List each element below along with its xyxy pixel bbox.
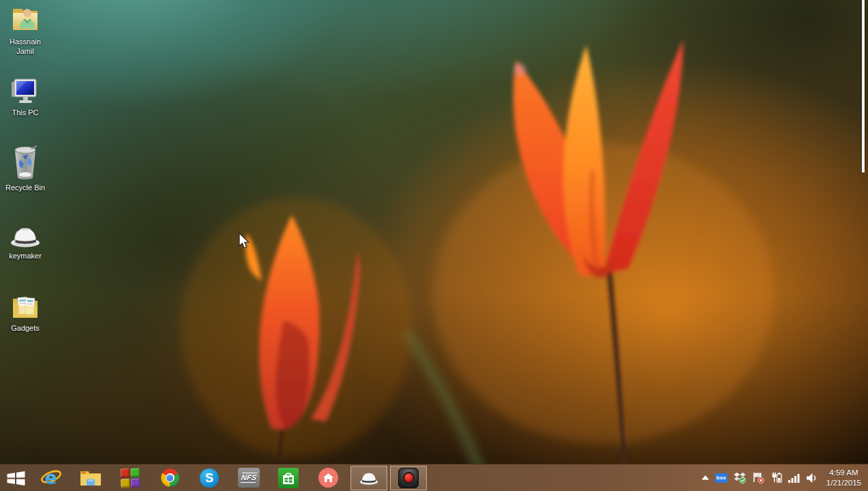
tulip-wallpaper-art — [0, 0, 868, 491]
mouse-cursor — [238, 233, 250, 250]
desktop-icon-recycle-bin[interactable]: Recycle Bin — [0, 145, 50, 192]
tray-volume-icon[interactable] — [806, 473, 818, 483]
record-icon — [398, 468, 419, 488]
desktop-icon-user-folder[interactable]: Hassnain Jamil — [0, 4, 50, 57]
signal-bars-icon — [788, 473, 800, 483]
nfs-label: NFS — [241, 473, 258, 483]
clock-date: 1/21/2015 — [826, 478, 861, 488]
desktop-icon-this-pc[interactable]: This PC — [0, 78, 50, 117]
taskbar-item-need-for-speed[interactable]: NFS — [229, 464, 269, 491]
this-pc-icon — [10, 78, 40, 106]
recycle-bin-icon — [11, 145, 40, 181]
speaker-icon — [806, 473, 818, 483]
user-folder-icon — [10, 4, 40, 35]
windows-start-icon — [6, 469, 26, 487]
taskbar-item-windows-store[interactable] — [269, 464, 308, 491]
tray-box-icon[interactable]: box — [715, 473, 728, 483]
tray-action-center-icon[interactable] — [752, 472, 764, 483]
taskbar-item-screen-recorder[interactable] — [390, 466, 427, 490]
screen-edge-artifact — [862, 0, 865, 173]
taskbar-item-chrome[interactable] — [150, 464, 190, 491]
battery-plug-icon — [770, 472, 782, 483]
windows-store-icon — [278, 468, 299, 488]
taskbar-item-internet-explorer[interactable]: e — [31, 464, 71, 491]
chrome-icon — [161, 468, 179, 487]
tray-dropbox-icon[interactable] — [734, 472, 746, 483]
file-explorer-icon — [80, 468, 102, 488]
system-tray: box — [702, 464, 868, 491]
windows-color-icon — [121, 468, 140, 488]
desktop-icon-keymaker[interactable]: keymaker — [0, 222, 50, 261]
tray-power-icon[interactable] — [770, 472, 782, 483]
desktop-icon-label: keymaker — [9, 251, 42, 261]
dropbox-icon — [734, 472, 746, 483]
show-hidden-icons-button[interactable] — [702, 475, 709, 480]
desktop-icon-label: Gadgets — [11, 323, 40, 333]
desktop-icon-label: Recycle Bin — [5, 183, 45, 192]
fedora-hat-icon — [358, 469, 380, 486]
taskbar-item-home-app[interactable] — [308, 464, 348, 491]
skype-icon: S — [200, 468, 219, 488]
desktop-icon-gadgets[interactable]: Gadgets — [0, 292, 50, 333]
skype-letter: S — [205, 472, 213, 484]
fedora-hat-icon — [9, 222, 42, 250]
desktop: Hassnain Jamil This PC Recycle Bin — [0, 0, 868, 491]
home-icon — [318, 468, 338, 488]
taskbar-item-windows-activator[interactable] — [110, 464, 150, 491]
start-button[interactable] — [0, 464, 31, 491]
taskbar-item-skype[interactable]: S — [190, 464, 229, 491]
desktop-icon-label: This PC — [12, 108, 38, 117]
taskbar-buttons: e — [0, 464, 427, 491]
taskbar-clock[interactable]: 4:59 AM 1/21/2015 — [826, 468, 861, 488]
desktop-icon-label: Hassnain Jamil — [1, 37, 50, 57]
taskbar-item-file-explorer[interactable] — [71, 464, 110, 491]
tray-network-icon[interactable] — [788, 473, 800, 483]
chevron-up-icon — [702, 475, 709, 480]
taskbar: e — [0, 464, 868, 491]
gadgets-folder-icon — [10, 292, 40, 322]
box-logo: box — [715, 473, 728, 483]
svg-text:e: e — [45, 468, 57, 488]
internet-explorer-icon: e — [40, 468, 62, 488]
flag-error-icon — [752, 472, 764, 483]
clock-time: 4:59 AM — [829, 468, 858, 478]
taskbar-item-keymaker[interactable] — [350, 466, 387, 490]
nfs-icon: NFS — [238, 468, 260, 488]
